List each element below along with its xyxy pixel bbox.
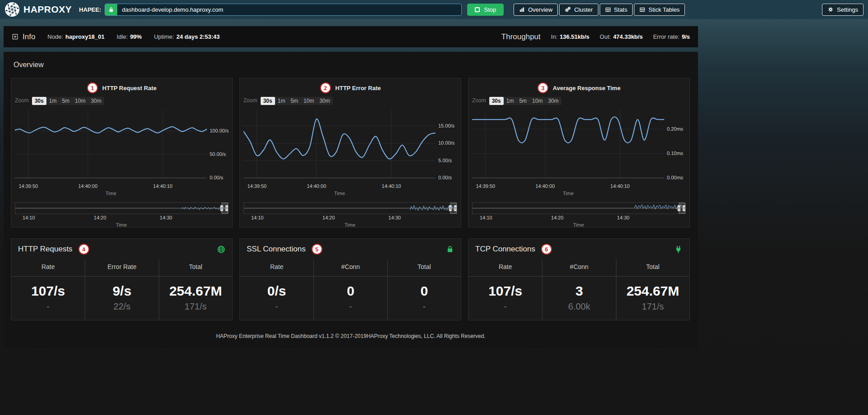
navigator-svg xyxy=(15,203,228,214)
zoom-label: Zoom xyxy=(15,97,29,104)
hapee-label: HAPEE: xyxy=(79,6,101,13)
card-column-subvalue: - xyxy=(240,299,313,320)
navigator-tick-label: 14:10 xyxy=(251,215,264,220)
card-column-value: 107/s xyxy=(468,277,542,299)
gears-icon xyxy=(565,6,571,13)
card-column-header: Rate xyxy=(240,260,313,277)
navigator-tick-label: 14:30 xyxy=(617,215,629,220)
card-tcp-connections: TCP Connections 6 Rate#ConnTotal107/s325… xyxy=(468,238,690,320)
zoom-10m-button[interactable]: 10m xyxy=(72,97,88,105)
dashboard-url-input[interactable] xyxy=(117,4,461,15)
y-axis-tick-label: 0.00ms xyxy=(667,175,683,180)
chart-navigator[interactable] xyxy=(472,202,686,214)
stop-button[interactable]: Stop xyxy=(467,4,504,16)
x-axis-tick-label: 14:39:50 xyxy=(476,183,495,189)
x-axis-tick-label: 14:39:50 xyxy=(247,183,266,189)
zoom-10m-button[interactable]: 10m xyxy=(301,97,317,105)
x-axis-tick-label: 14:40:10 xyxy=(153,183,173,189)
stick-tables-button[interactable]: Stick Tables xyxy=(634,4,685,16)
haproxy-logo-icon xyxy=(5,2,20,17)
x-axis-tick-label: 14:40:00 xyxy=(78,183,97,189)
navigator-tick-label: 14:20 xyxy=(94,215,106,220)
navigator-handle[interactable] xyxy=(678,205,680,211)
y-axis-tick-label: 0.10ms xyxy=(667,150,683,156)
card-column-subvalue: - xyxy=(468,299,542,320)
card-column-subvalue: - xyxy=(11,299,85,320)
y-axis-tick-label: 15.00/s xyxy=(438,123,455,128)
zoom-label: Zoom xyxy=(243,97,257,104)
zoom-1m-button[interactable]: 1m xyxy=(46,97,60,105)
zoom-30s-button[interactable]: 30s xyxy=(32,97,46,105)
chart-navigator[interactable] xyxy=(243,202,457,214)
footer-text: HAProxy Enterprise Real Time Dashboard v… xyxy=(11,333,691,341)
card-badge: 5 xyxy=(312,244,322,255)
chart-title: HTTP Error Rate xyxy=(335,85,381,91)
card-column-value: 107/s xyxy=(11,277,85,299)
zoom-30s-button[interactable]: 30s xyxy=(261,97,275,105)
card-column-subvalue: 171/s xyxy=(159,299,232,320)
zoom-5m-button[interactable]: 5m xyxy=(59,97,72,105)
x-axis-ticks: 14:39:5014:40:0014:40:10 xyxy=(15,182,229,190)
card-column-value: 254.67M xyxy=(616,277,689,299)
chart-panel-http-request-rate: 1 HTTP Request Rate Zoom 30s1m5m10m30m 1… xyxy=(11,78,233,228)
card-column-value: 0/s xyxy=(240,277,313,299)
zoom-button-group: 30s1m5m10m30m xyxy=(261,96,333,105)
chart-plot-svg xyxy=(472,109,664,181)
overview-button[interactable]: Overview xyxy=(514,4,558,16)
cluster-button[interactable]: Cluster xyxy=(559,4,598,16)
navigator-tick-label: 14:20 xyxy=(551,215,564,220)
y-axis-tick-label: 100.00/s xyxy=(210,128,229,133)
navigator-svg xyxy=(244,203,457,214)
table-icon xyxy=(605,7,611,13)
url-field-group xyxy=(105,4,462,16)
idle-info: Idle:99% xyxy=(117,33,142,40)
chart-navigator[interactable] xyxy=(15,202,229,214)
info-toggle[interactable]: Info xyxy=(12,32,35,41)
settings-button[interactable]: Settings xyxy=(822,4,863,16)
card-column-header: #Conn xyxy=(542,260,615,277)
zoom-30m-button[interactable]: 30m xyxy=(88,97,104,105)
plus-square-icon xyxy=(12,33,18,40)
section-title: Overview xyxy=(14,61,691,69)
page-container: Info Node:haproxy18_01 Idle:99% Uptime:2… xyxy=(4,26,698,347)
zoom-30m-button[interactable]: 30m xyxy=(317,97,332,105)
navigator-handle[interactable] xyxy=(449,205,452,211)
zoom-30m-button[interactable]: 30m xyxy=(545,97,561,105)
x-axis-ticks: 14:39:5014:40:0014:40:10 xyxy=(243,182,457,190)
zoom-30s-button[interactable]: 30s xyxy=(489,97,504,105)
card-column-value: 3 xyxy=(542,277,615,299)
uptime-info: Uptime:24 days 2:53:43 xyxy=(154,33,220,40)
navigator-tick-label: 14:10 xyxy=(23,215,35,220)
navigator-handle[interactable] xyxy=(225,205,228,211)
zoom-label: Zoom xyxy=(472,97,486,104)
navigator-tick-label: 14:30 xyxy=(388,215,401,220)
cards-row: HTTP Requests 4 RateError RateTotal107/s… xyxy=(11,238,691,320)
zoom-1m-button[interactable]: 1m xyxy=(275,97,288,105)
chart-plot-area: 100.00/s50.00/s0.00/s xyxy=(15,109,229,181)
chart-plot-area: 0.20ms0.10ms0.00ms xyxy=(472,109,686,181)
throughput-group: Throughput In:136.51kb/s Out:474.33kb/s … xyxy=(501,32,690,41)
card-stats-table: Rate#ConnTotal0/s00--- xyxy=(240,260,461,320)
zoom-5m-button[interactable]: 5m xyxy=(516,97,529,105)
card-badge: 6 xyxy=(541,244,552,255)
navigator-handle[interactable] xyxy=(683,205,685,211)
zoom-1m-button[interactable]: 1m xyxy=(504,97,517,105)
zoom-5m-button[interactable]: 5m xyxy=(288,97,301,105)
navigator-handle[interactable] xyxy=(454,205,457,211)
stats-button[interactable]: Stats xyxy=(600,4,633,16)
lock-icon xyxy=(446,245,454,253)
table-icon xyxy=(639,7,645,13)
gear-icon xyxy=(827,6,834,13)
x-axis-title: Time xyxy=(15,191,207,197)
card-column-header: Total xyxy=(387,260,461,277)
card-column-subvalue: - xyxy=(313,299,387,320)
x-axis-title: Time xyxy=(243,191,436,197)
throughput-title: Throughput xyxy=(501,32,541,41)
card-column-value: 9/s xyxy=(85,277,158,299)
card-title: SSL Connections xyxy=(247,245,306,254)
zoom-10m-button[interactable]: 10m xyxy=(529,97,545,105)
card-column-header: Total xyxy=(159,260,232,277)
card-http-requests: HTTP Requests 4 RateError RateTotal107/s… xyxy=(11,238,233,320)
navigator-handle[interactable] xyxy=(220,205,223,211)
lock-icon xyxy=(105,4,117,15)
